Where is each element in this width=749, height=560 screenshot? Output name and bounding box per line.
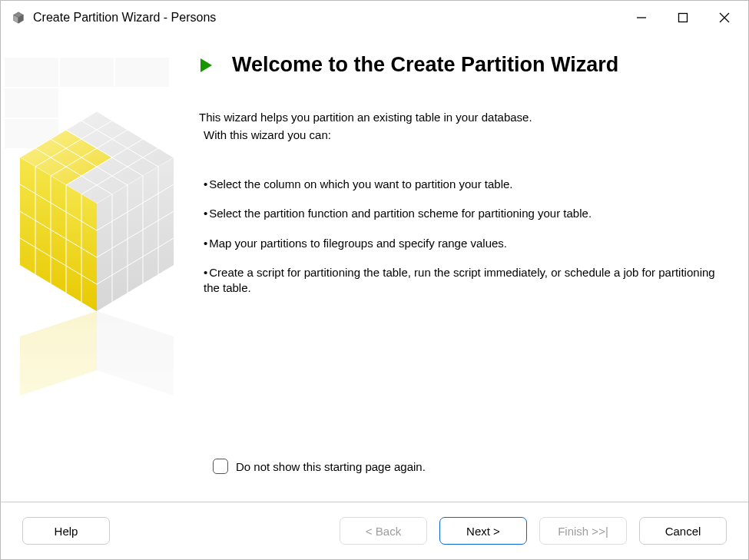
- bullet-item: Select the column on which you want to p…: [204, 177, 721, 192]
- finish-button[interactable]: Finish >>|: [539, 517, 627, 545]
- close-button[interactable]: [704, 4, 745, 31]
- cancel-button[interactable]: Cancel: [639, 517, 727, 545]
- intro-text: This wizard helps you partition an exist…: [199, 109, 721, 144]
- svg-marker-40: [97, 311, 174, 396]
- maximize-button[interactable]: [662, 4, 704, 31]
- next-button[interactable]: Next >: [439, 517, 527, 545]
- bullet-item: Select the partition function and partit…: [204, 206, 721, 221]
- bullet-item: Create a script for partitioning the tab…: [204, 265, 721, 297]
- svg-marker-39: [20, 311, 97, 396]
- minimize-button[interactable]: [621, 4, 662, 31]
- window-title: Create Partition Wizard - Persons: [33, 11, 216, 25]
- intro-line-1: This wizard helps you partition an exist…: [199, 109, 721, 125]
- wizard-content: Welcome to the Create Partition Wizard T…: [185, 35, 748, 502]
- wizard-body: Welcome to the Create Partition Wizard T…: [1, 35, 748, 502]
- heading-row: Welcome to the Create Partition Wizard: [199, 53, 721, 77]
- help-button[interactable]: Help: [22, 517, 110, 545]
- app-icon: [12, 11, 25, 25]
- svg-rect-7: [5, 58, 58, 87]
- intro-line-2: With this wizard you can:: [199, 127, 721, 143]
- svg-rect-9: [115, 58, 169, 87]
- dont-show-again-label: Do not show this starting page again.: [236, 460, 426, 473]
- wizard-graphic: [1, 35, 185, 502]
- back-button[interactable]: < Back: [340, 517, 427, 545]
- bullet-list: Select the column on which you want to p…: [199, 163, 721, 310]
- page-title: Welcome to the Create Partition Wizard: [232, 53, 618, 77]
- dont-show-again-row[interactable]: Do not show this starting page again.: [199, 459, 721, 474]
- svg-rect-10: [5, 88, 58, 118]
- dont-show-again-checkbox[interactable]: [213, 459, 228, 474]
- play-icon: [201, 58, 212, 72]
- svg-rect-4: [679, 14, 688, 22]
- bullet-item: Map your partitions to filegroups and sp…: [204, 236, 721, 251]
- title-bar: Create Partition Wizard - Persons: [1, 1, 748, 35]
- wizard-footer: Help < Back Next > Finish >>| Cancel: [1, 502, 748, 559]
- svg-rect-8: [60, 58, 114, 87]
